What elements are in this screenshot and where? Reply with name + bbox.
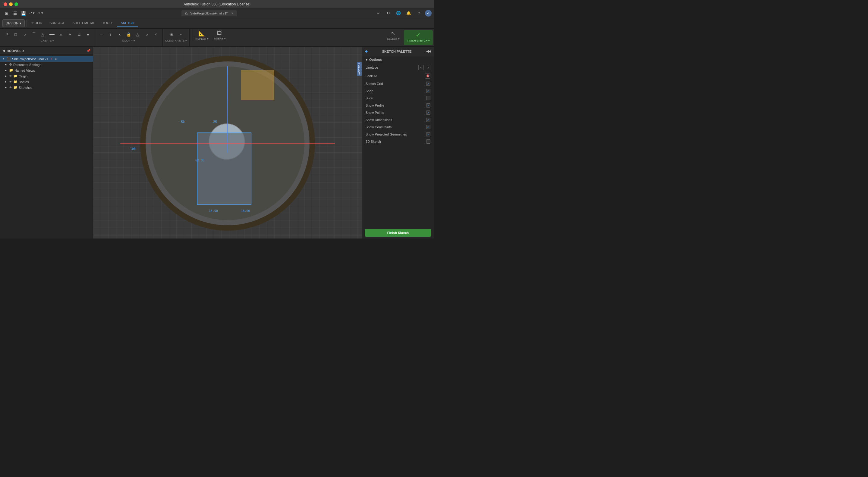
look-at-icon[interactable]: 🎯: [425, 73, 430, 78]
show-points-label: Show Points: [366, 111, 384, 114]
eye-icon[interactable]: 👁: [9, 80, 12, 83]
help-button[interactable]: ?: [415, 9, 423, 18]
folder-icon: 📁: [9, 68, 13, 72]
titlebar: Autodesk Fusion 360 (Education License): [0, 0, 434, 8]
select-icon: ↖: [391, 30, 396, 37]
select-label: SELECT ▾: [387, 37, 400, 40]
show-points-checkbox[interactable]: [426, 110, 430, 115]
tab-sketch[interactable]: SKETCH: [117, 19, 138, 27]
globe-button[interactable]: 🌐: [394, 9, 403, 18]
line-tool[interactable]: ↗: [2, 30, 11, 39]
close-button[interactable]: [4, 2, 7, 6]
finish-sketch-button[interactable]: Finish Sketch: [365, 229, 431, 237]
rect-tool[interactable]: □: [11, 30, 20, 39]
inspect-btn[interactable]: 📐 INSPECT ▾: [192, 29, 211, 46]
show-projected-label: Show Projected Geometries: [366, 133, 407, 136]
insert-btn[interactable]: 🖼 INSERT ▾: [211, 29, 228, 46]
mirror-tool[interactable]: ≡: [84, 30, 92, 39]
file-menu-button[interactable]: ☰: [11, 9, 19, 18]
palette-row-3d-sketch: 3D Sketch: [362, 138, 434, 145]
modify-3[interactable]: ×: [116, 30, 124, 39]
tab-solid[interactable]: SOLID: [29, 19, 46, 27]
file-tab-close[interactable]: ×: [231, 11, 233, 15]
fillet-tool[interactable]: ⌓: [57, 30, 65, 39]
palette-title: SKETCH PALETTE: [382, 50, 412, 53]
tree-item-root[interactable]: ▼ ⬛ SideProjectBaseFinal v1 Y ●: [0, 56, 93, 62]
slice-checkbox[interactable]: [426, 96, 430, 100]
modify-1[interactable]: —: [97, 30, 106, 39]
tab-sheet-metal[interactable]: SHEET METAL: [69, 19, 98, 27]
offset-tool[interactable]: ⊂: [75, 30, 83, 39]
file-tab-name: SideProjectBaseFinal v1*: [190, 11, 227, 15]
save-button[interactable]: 💾: [19, 9, 28, 18]
undo-button[interactable]: ↩ ▾: [28, 9, 36, 18]
constraint-2[interactable]: ↗: [176, 30, 185, 39]
browser-tree: ▼ ⬛ SideProjectBaseFinal v1 Y ● ▶ ⚙ Docu…: [0, 55, 93, 238]
show-constraints-checkbox[interactable]: [426, 125, 430, 129]
modify-6[interactable]: ○: [143, 30, 151, 39]
modify-7[interactable]: ✕: [152, 30, 160, 39]
redo-button[interactable]: ↪ ▾: [36, 9, 44, 18]
tree-item-doc-settings[interactable]: ▶ ⚙ Document Settings: [0, 62, 93, 67]
refresh-button[interactable]: ↻: [384, 9, 393, 18]
arc-tool[interactable]: ⌒: [30, 30, 38, 39]
create-label: CREATE ▾: [41, 39, 54, 42]
tab-tools[interactable]: TOOLS: [99, 19, 117, 27]
modify-2[interactable]: /: [106, 30, 115, 39]
collapse-browser-icon[interactable]: ◀: [2, 49, 5, 53]
slice-label: Slice: [366, 96, 373, 100]
palette-collapse-icon[interactable]: ◀◀: [426, 49, 431, 53]
finish-sketch-toolbar-btn[interactable]: ✓ FINISH SKETCH ▾: [404, 30, 433, 45]
lock-tool[interactable]: 🔒: [124, 30, 133, 39]
linetype-right-icon[interactable]: ▷: [425, 65, 430, 70]
tree-item-origin[interactable]: ▶ 👁 📁 Origin: [0, 73, 93, 79]
tree-item-named-views[interactable]: ▶ 📁 Named Views: [0, 67, 93, 73]
circle-tool[interactable]: ○: [21, 30, 29, 39]
show-profile-checkbox[interactable]: [426, 103, 430, 107]
insert-icon: 🖼: [217, 30, 222, 36]
app-grid-icon[interactable]: ⊞: [2, 9, 11, 18]
file-icon: 🗂: [185, 11, 188, 15]
follow-tag: FOLLOW: [357, 62, 362, 76]
dot-badge: ●: [55, 57, 57, 61]
modify-5[interactable]: △: [133, 30, 142, 39]
tree-item-bodies[interactable]: ▶ 👁 📁 Bodies: [0, 79, 93, 84]
dim-tool[interactable]: ⟷: [48, 30, 56, 39]
palette-row-snap: Snap: [362, 87, 434, 95]
palette-row-linetype: Linetype ◁ ▷: [362, 63, 434, 72]
palette-diamond-icon: ◆: [365, 49, 367, 53]
browser-pin-icon[interactable]: 📌: [87, 49, 91, 53]
snap-checkbox[interactable]: [426, 89, 430, 93]
show-dimensions-checkbox[interactable]: [426, 118, 430, 122]
chevron-icon: ▶: [5, 75, 8, 77]
folder-icon: ⬛: [7, 57, 11, 61]
tab-surface[interactable]: SURFACE: [46, 19, 69, 27]
select-btn[interactable]: ↖ SELECT ▾: [384, 29, 403, 46]
polygon-tool[interactable]: △: [38, 30, 47, 39]
minimize-button[interactable]: [9, 2, 13, 6]
eye-icon[interactable]: 👁: [9, 86, 12, 89]
linetype-left-icon[interactable]: ◁: [418, 65, 424, 70]
3d-sketch-checkbox[interactable]: [426, 139, 430, 144]
design-dropdown[interactable]: DESIGN ▾: [2, 19, 25, 27]
bell-button[interactable]: 🔔: [404, 9, 413, 18]
show-constraints-label: Show Constraints: [366, 125, 392, 129]
file-tab[interactable]: 🗂 SideProjectBaseFinal v1* ×: [181, 10, 237, 16]
viewport[interactable]: -50 -25 -100 62.00 18.50 18.50 FOLLOW: [93, 47, 362, 238]
tree-doc-settings-label: Document Settings: [13, 63, 41, 67]
tree-sketches-label: Sketches: [19, 86, 32, 90]
linetype-label: Linetype: [366, 66, 378, 69]
snap-label: Snap: [366, 89, 373, 93]
palette-row-show-dimensions: Show Dimensions: [362, 116, 434, 124]
constraint-1[interactable]: ⊞: [167, 30, 176, 39]
sketch-grid-checkbox[interactable]: [426, 81, 430, 86]
create-group: ↗ □ ○ ⌒ △ ⟷ ⌓ ✂ ⊂ ≡ CREATE ▾: [0, 29, 95, 46]
show-projected-checkbox[interactable]: [426, 132, 430, 136]
tree-item-sketches[interactable]: ▶ 👁 📁 Sketches: [0, 84, 93, 90]
tree-bodies-label: Bodies: [19, 80, 29, 84]
eye-icon[interactable]: 👁: [9, 74, 12, 78]
user-avatar[interactable]: YL: [425, 10, 432, 16]
maximize-button[interactable]: [14, 2, 18, 6]
trim-tool[interactable]: ✂: [66, 30, 74, 39]
new-window-button[interactable]: ＋: [374, 9, 382, 18]
